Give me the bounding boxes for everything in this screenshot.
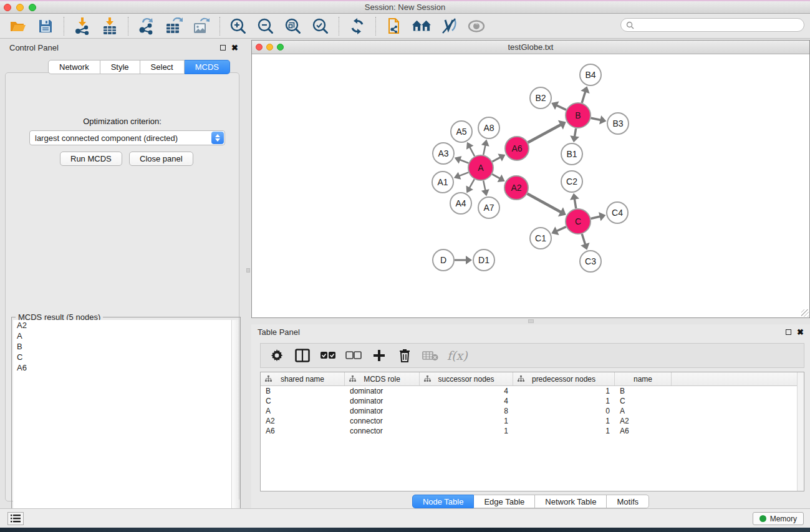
table-cell[interactable]: C bbox=[615, 397, 672, 405]
graph-node-D[interactable]: D bbox=[433, 249, 454, 271]
table-cell[interactable]: dominator bbox=[345, 407, 420, 415]
graph-node-C3[interactable]: C3 bbox=[580, 251, 601, 272]
vizmap-icon[interactable] bbox=[440, 17, 458, 36]
vertical-splitter[interactable] bbox=[244, 39, 251, 508]
graph-node-A4[interactable]: A4 bbox=[450, 193, 471, 214]
close-panel-icon[interactable]: ✖ bbox=[797, 329, 804, 335]
graph-node-A2[interactable]: A2 bbox=[504, 176, 528, 200]
table-cell[interactable]: 1 bbox=[513, 387, 615, 395]
table-cell[interactable]: A bbox=[615, 407, 672, 415]
tab-motifs[interactable]: Motifs bbox=[607, 495, 649, 508]
column-header[interactable]: successor nodes bbox=[420, 372, 513, 385]
network-zoom-button[interactable] bbox=[277, 44, 284, 51]
graph-edge[interactable] bbox=[528, 194, 561, 213]
graph-node-A[interactable]: A bbox=[468, 155, 493, 180]
table-row[interactable]: A6connector11A6 bbox=[261, 426, 804, 436]
duplicate-network-icon[interactable] bbox=[385, 17, 403, 36]
graph-edge[interactable] bbox=[493, 157, 501, 162]
column-header[interactable]: MCDS role bbox=[345, 372, 420, 385]
table-cell[interactable]: 8 bbox=[420, 407, 513, 415]
tab-network[interactable]: Network bbox=[48, 60, 100, 74]
result-list-item[interactable]: A6 bbox=[13, 362, 239, 373]
network-canvas[interactable]: B4B2BB3A5A8A6A3B1AA1C2A2A4A7CC4C1C3DD1 bbox=[252, 54, 809, 317]
table-cell[interactable]: B bbox=[261, 387, 345, 395]
graph-node-A5[interactable]: A5 bbox=[451, 121, 472, 142]
close-panel-button[interactable]: Close panel bbox=[129, 152, 193, 166]
graph-node-B4[interactable]: B4 bbox=[580, 64, 601, 85]
table-cell[interactable]: 1 bbox=[420, 427, 513, 435]
graph-node-C2[interactable]: C2 bbox=[561, 171, 582, 192]
result-list-scrollbar[interactable] bbox=[231, 320, 239, 529]
horizontal-splitter[interactable] bbox=[251, 319, 810, 324]
table-row[interactable]: A2connector11A2 bbox=[261, 416, 804, 426]
export-network-icon[interactable] bbox=[137, 17, 156, 36]
import-table-icon[interactable] bbox=[100, 17, 119, 36]
table-scrollbar[interactable] bbox=[797, 372, 804, 491]
mcds-result-list[interactable]: A2ABCA6 bbox=[13, 320, 239, 529]
table-cell[interactable]: 4 bbox=[420, 387, 513, 395]
graph-node-A6[interactable]: A6 bbox=[505, 137, 529, 160]
table-cell[interactable]: A2 bbox=[261, 417, 345, 425]
zoom-in-icon[interactable] bbox=[229, 17, 248, 36]
columns-icon[interactable] bbox=[294, 347, 311, 364]
table-cell[interactable]: B bbox=[615, 387, 672, 395]
column-header[interactable]: shared name bbox=[261, 372, 345, 385]
graph-edge[interactable] bbox=[574, 128, 576, 137]
memory-button[interactable]: Memory bbox=[753, 512, 804, 525]
table-cell[interactable]: 1 bbox=[513, 427, 615, 435]
graph-node-B3[interactable]: B3 bbox=[607, 113, 629, 134]
deselect-all-icon[interactable] bbox=[345, 347, 362, 364]
graph-edge[interactable] bbox=[582, 234, 585, 244]
tab-node-table[interactable]: Node Table bbox=[412, 495, 475, 508]
home-icon[interactable] bbox=[412, 17, 431, 36]
close-window-button[interactable] bbox=[4, 4, 11, 11]
graph-node-A3[interactable]: A3 bbox=[433, 143, 454, 164]
graph-node-B2[interactable]: B2 bbox=[530, 87, 551, 109]
tab-edge-table[interactable]: Edge Table bbox=[474, 495, 535, 508]
graph-node-A8[interactable]: A8 bbox=[478, 117, 499, 138]
table-cell[interactable]: 1 bbox=[420, 417, 513, 425]
graph-node-B[interactable]: B bbox=[566, 103, 591, 128]
search-input[interactable] bbox=[637, 21, 799, 29]
table-cell[interactable]: A bbox=[261, 407, 345, 415]
graph-edge[interactable] bbox=[556, 105, 566, 110]
table-cell[interactable]: dominator bbox=[345, 397, 420, 405]
float-panel-icon[interactable] bbox=[220, 45, 226, 51]
add-icon[interactable] bbox=[370, 347, 388, 364]
zoom-window-button[interactable] bbox=[29, 4, 36, 11]
criterion-dropdown[interactable]: largest connected component (directed) bbox=[29, 130, 225, 145]
result-list-item[interactable]: A bbox=[13, 331, 239, 341]
result-list-item[interactable]: C bbox=[13, 352, 239, 362]
column-header[interactable]: predecessor nodes bbox=[513, 372, 615, 385]
graph-edge[interactable] bbox=[483, 181, 485, 191]
graph-edge[interactable] bbox=[459, 172, 468, 176]
network-window-titlebar[interactable]: testGlobe.txt bbox=[252, 41, 809, 54]
tab-mcds[interactable]: MCDS bbox=[185, 60, 230, 74]
network-minimize-button[interactable] bbox=[266, 44, 273, 51]
delete-table-icon[interactable] bbox=[422, 347, 439, 364]
graph-edge[interactable] bbox=[492, 174, 500, 178]
table-cell[interactable]: A2 bbox=[615, 417, 672, 425]
table-cell[interactable]: connector bbox=[345, 417, 420, 425]
graph-edge[interactable] bbox=[470, 179, 475, 188]
save-session-icon[interactable] bbox=[36, 17, 55, 36]
import-network-icon[interactable] bbox=[73, 17, 92, 36]
table-cell[interactable]: A6 bbox=[615, 427, 672, 435]
function-builder-icon[interactable]: f(x) bbox=[447, 349, 468, 362]
export-image-icon[interactable] bbox=[192, 17, 211, 36]
table-row[interactable]: Cdominator41C bbox=[261, 396, 804, 406]
graph-edge[interactable] bbox=[591, 118, 601, 120]
graph-edge[interactable] bbox=[591, 216, 600, 218]
network-graph[interactable]: B4B2BB3A5A8A6A3B1AA1C2A2A4A7CC4C1C3DD1 bbox=[252, 54, 809, 317]
network-close-button[interactable] bbox=[256, 44, 263, 51]
table-cell[interactable]: 1 bbox=[513, 397, 615, 405]
tab-style[interactable]: Style bbox=[100, 60, 140, 74]
refresh-icon[interactable] bbox=[348, 17, 367, 36]
result-list-item[interactable]: A2 bbox=[13, 320, 239, 331]
gear-icon[interactable] bbox=[268, 347, 286, 364]
table-cell[interactable]: 1 bbox=[513, 417, 615, 425]
resize-grip[interactable] bbox=[801, 309, 809, 317]
trash-icon[interactable] bbox=[396, 347, 413, 364]
tab-select[interactable]: Select bbox=[140, 60, 185, 74]
table-cell[interactable]: C bbox=[261, 397, 345, 405]
